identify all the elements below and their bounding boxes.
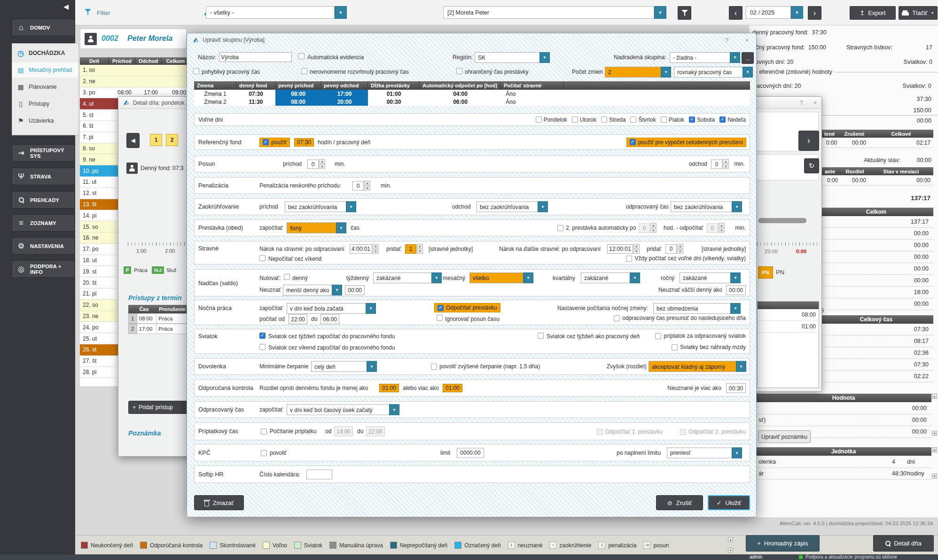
cislo-kalendara-input[interactable] [306, 469, 332, 479]
export-button[interactable]: ↥ Export [850, 6, 896, 20]
weekday-checkbox[interactable] [689, 117, 695, 123]
spin-up-icon[interactable]: ▲ [364, 181, 370, 186]
zaokr-odprac-select[interactable]: bez zaokrúhľovania▼ [671, 202, 742, 212]
kpc-limit-select[interactable]: preniesť▼ [667, 447, 742, 458]
scroll-up-icon[interactable]: ▲ [728, 537, 733, 542]
zmazat-button[interactable]: Zmazať [194, 495, 244, 510]
group-select[interactable]: - všetky - ▼ [206, 6, 347, 19]
upravit-poznamku-button[interactable]: Upraviť poznámku [758, 430, 811, 443]
weekday-checkbox[interactable] [601, 117, 607, 123]
nadradena-select[interactable]: - žiadna - ▼ [670, 52, 740, 63]
priplatok-od-input[interactable]: 14:00 [334, 427, 353, 436]
shift-row[interactable]: Zmena 1 07:30 08:00 17:00 01:00 04:00 Án… [194, 90, 750, 98]
weekday-item[interactable]: Piatok [661, 117, 684, 123]
shift-tab-1[interactable]: 1 [150, 134, 162, 146]
odpocitat-p2-wrap[interactable]: Odpočítať 2. prestávku [680, 428, 746, 435]
chevron-down-icon[interactable]: ▼ [538, 202, 548, 212]
weekday-checkbox[interactable] [719, 117, 726, 123]
chevron-down-icon[interactable]: ▼ [732, 202, 742, 212]
shift-tab-2[interactable]: 2 [166, 134, 178, 146]
odpocitat-p1-wrap[interactable]: Odpočítať 1. prestávku [597, 428, 663, 435]
prestavka2-checkbox[interactable] [557, 225, 563, 231]
celodenne-chip[interactable]: použiť pre výpočet celodenných prerušení [626, 138, 746, 147]
sidebar-item-nastavenia[interactable]: ⚙ NASTAVENIA [12, 237, 75, 255]
penalizacia-spinner[interactable]: 0▲▼ [352, 181, 370, 191]
weekday-item[interactable]: Streda [601, 117, 625, 123]
nazov-input[interactable]: Výroba [219, 52, 292, 62]
chevron-down-icon[interactable]: ▼ [335, 6, 347, 19]
more-groups-button[interactable]: ... [742, 52, 754, 64]
zaokr-odchod-select[interactable]: bez zaokrúhľovania▼ [477, 202, 548, 212]
shift-row[interactable]: Zmena 2 11:30 08:00 20:00 00:30 06:00 Án… [194, 98, 750, 106]
sidebar-item-prehlady[interactable]: PREHĽADY [12, 191, 75, 209]
spin-down-icon[interactable]: ▼ [364, 186, 370, 191]
prestavka2-hod-spinner[interactable]: 0▲▼ [639, 223, 657, 233]
help-icon[interactable]: ? [725, 37, 728, 44]
month-select[interactable]: 02 / 2025 ▼ [746, 6, 803, 19]
weekday-item[interactable]: Nedeľa [719, 117, 746, 123]
rovnaky-cas-select[interactable]: rovnaký pracovný čas ▼ [674, 67, 753, 78]
sviatok-vikend-fond-checkbox[interactable] [259, 344, 266, 350]
nadcas-kvartalny-select[interactable]: zakázané▼ [581, 272, 640, 283]
nocna-od-input[interactable]: 22:00 [289, 314, 307, 324]
kontrola-v2-box[interactable]: 01:00 [443, 384, 462, 392]
weekday-checkbox[interactable] [536, 117, 542, 123]
chevron-down-icon[interactable]: ▼ [654, 6, 666, 19]
odpocitat-prestavku-chip[interactable]: Odpočítať prestávku [434, 303, 500, 312]
presun-checkbox[interactable] [614, 315, 620, 321]
refresh-button[interactable]: ↻ [804, 158, 819, 173]
pridat-pristup-button[interactable]: + Pridať prístup [128, 401, 192, 414]
pristup-row[interactable]: 1 08:00 Práca [128, 313, 187, 324]
ignorovat-posun-checkbox[interactable] [437, 315, 443, 321]
fond-value-box[interactable]: 07:30 [294, 138, 314, 147]
chevron-down-icon[interactable]: ▼ [332, 285, 342, 296]
prestavka2-min-spinner[interactable]: 0▲▼ [707, 223, 725, 233]
odpocitat-p1-checkbox[interactable] [597, 429, 603, 435]
filter-label[interactable]: Filter [97, 9, 110, 16]
next-month-button[interactable]: › [808, 6, 821, 20]
chevron-down-icon[interactable]: ▼ [366, 303, 376, 314]
chevron-down-icon[interactable]: ▼ [539, 52, 550, 63]
chevron-down-icon[interactable]: ▼ [743, 67, 753, 78]
spin-up-icon[interactable]: ▲ [723, 159, 729, 164]
sidebar-item-pristupovy-system[interactable]: ⇥ PRÍSTUPOVÝ SYS [12, 144, 75, 162]
stravne-pv1-spinner[interactable]: 1▲▼ [405, 244, 423, 254]
scroll-up-icon[interactable]: ▲ [932, 394, 937, 399]
nocna-zapocitat-select[interactable]: v dni keď bola začatá▼ [287, 303, 376, 314]
pouzit-checkbox[interactable] [263, 139, 269, 145]
kpc-limit-input[interactable]: 0000:00 [457, 448, 484, 458]
chevron-down-icon[interactable]: ▼ [730, 52, 740, 63]
scroll-down-icon[interactable]: ▼ [932, 474, 937, 479]
sidebar-item-zoznamy[interactable]: ≡ ZOZNAMY [12, 214, 75, 232]
sidebar-item-strava[interactable]: Ψ STRAVA [12, 168, 75, 185]
vzdy-pocitat-wrap[interactable]: Vždy počítať cez voľné dni (víkendy, svi… [626, 255, 746, 262]
nadcas-rocny-select[interactable]: zakázané▼ [680, 272, 741, 283]
pocitanie-priplatku-checkbox[interactable] [261, 428, 267, 435]
help-icon[interactable]: ? [799, 99, 803, 106]
chevron-down-icon[interactable]: ▼ [523, 272, 533, 283]
weekday-checkbox[interactable] [572, 117, 578, 123]
nepocitat-vikend-checkbox[interactable] [259, 255, 266, 261]
prestavka-select[interactable]: fixný▼ [287, 223, 346, 233]
chevron-down-icon[interactable]: ▼ [661, 67, 671, 78]
sviatky-bez-nahrady-wrap[interactable]: Sviatky bez náhrady mzdy [672, 344, 746, 350]
chevron-down-icon[interactable]: ▼ [730, 303, 741, 314]
weekday-item[interactable]: Pondelok [536, 117, 567, 123]
chevron-down-icon[interactable]: ▼ [346, 202, 356, 212]
pristup-row[interactable]: 2 17:00 Práca [128, 324, 187, 334]
chevron-down-icon[interactable]: ▼ [791, 6, 803, 19]
sviatky-bez-nahrady-checkbox[interactable] [672, 344, 678, 350]
neuznat-select[interactable]: menší denný ako▼ [283, 285, 342, 296]
chevron-down-icon[interactable]: ▼ [389, 404, 399, 415]
sviatok-tyzden-fond-checkbox[interactable] [259, 333, 266, 339]
day-row[interactable]: 1. so [80, 65, 190, 76]
prev-month-button[interactable]: ‹ [729, 6, 743, 20]
sviatok-pracovny-den-checkbox[interactable] [538, 333, 544, 339]
day-row[interactable]: 2. ne [80, 76, 190, 87]
scroll-down-icon[interactable]: ▼ [932, 431, 937, 436]
zaokr-prichod-select[interactable]: bez zaokrúhľovania▼ [285, 202, 356, 212]
odpocitat-p2-checkbox[interactable] [680, 429, 686, 435]
modal-titlebar[interactable]: Upraviť skupinu [Výroba] ? × [187, 33, 756, 47]
nocna-zmena-select[interactable]: bez obmedzenia▼ [653, 303, 741, 314]
chevron-down-icon[interactable]: ▼ [367, 361, 377, 372]
